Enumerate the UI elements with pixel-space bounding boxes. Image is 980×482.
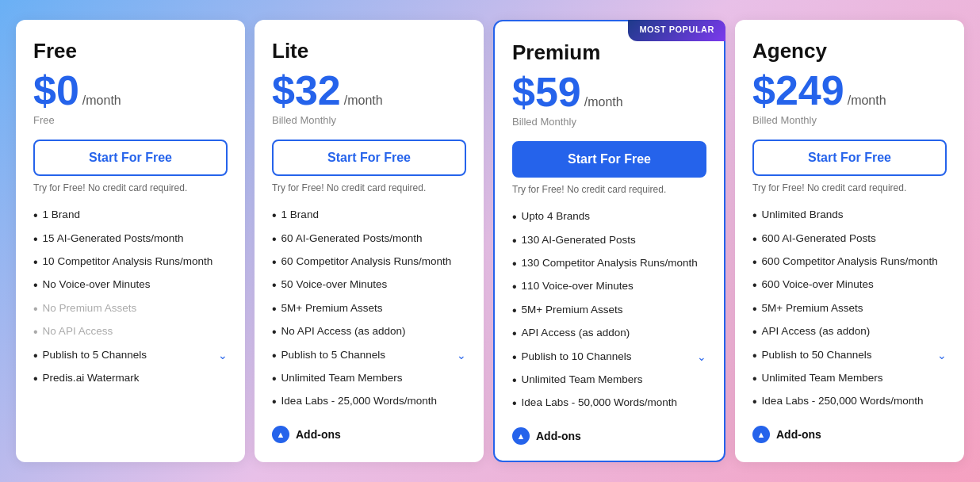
feature-text: No Voice-over Minutes bbox=[43, 277, 228, 293]
feature-text: Upto 4 Brands bbox=[522, 209, 706, 224]
feature-text: Publish to 5 Channels bbox=[43, 348, 213, 363]
plan-card-agency: Agency $249 /month Billed MonthlyStart F… bbox=[735, 20, 964, 462]
feature-item: 1 Brand bbox=[33, 205, 228, 228]
addons-icon: ▲ bbox=[272, 426, 289, 443]
feature-text: No API Access bbox=[43, 324, 228, 339]
no-credit-premium: Try for Free! No credit card required. bbox=[512, 184, 706, 195]
feature-item: 15 AI-Generated Posts/month bbox=[33, 228, 228, 251]
feature-text: Publish to 10 Channels bbox=[522, 350, 692, 365]
plan-card-free: Free $0 /month FreeStart For FreeTry for… bbox=[16, 20, 245, 462]
feature-item: Unlimited Team Members bbox=[512, 369, 706, 392]
addons-row-lite[interactable]: ▲ Add-ons bbox=[272, 426, 466, 443]
cta-button-lite[interactable]: Start For Free bbox=[272, 140, 466, 176]
feature-text: 60 Competitor Analysis Runs/month bbox=[281, 254, 466, 270]
feature-text: 5M+ Premium Assets bbox=[522, 303, 706, 318]
price-amount-agency: $249 bbox=[752, 70, 844, 111]
feature-text: 1 Brand bbox=[281, 208, 466, 223]
price-period-free: /month bbox=[82, 94, 121, 108]
feature-text: 50 Voice-over Minutes bbox=[281, 277, 466, 293]
feature-text: 130 AI-Generated Posts bbox=[522, 233, 706, 248]
feature-item: Publish to 10 Channels ⌄ bbox=[512, 346, 706, 369]
plan-name-premium: Premium bbox=[512, 40, 706, 65]
feature-text: Unlimited Team Members bbox=[281, 371, 466, 386]
feature-text: Unlimited Team Members bbox=[762, 371, 947, 386]
feature-item: Idea Labs - 250,000 Words/month bbox=[752, 391, 947, 414]
price-amount-lite: $32 bbox=[272, 70, 341, 111]
feature-item: No Premium Assets bbox=[33, 298, 228, 321]
feature-item: Publish to 5 Channels ⌄ bbox=[33, 345, 228, 368]
feature-item: Idea Labs - 25,000 Words/month bbox=[272, 391, 466, 414]
feature-item: 5M+ Premium Assets bbox=[512, 300, 706, 323]
feature-item: No API Access (as addon) bbox=[272, 321, 466, 344]
feature-text: 5M+ Premium Assets bbox=[281, 301, 466, 316]
feature-item: 60 AI-Generated Posts/month bbox=[272, 228, 466, 251]
feature-item: 600 Competitor Analysis Runs/month bbox=[752, 251, 947, 274]
addons-row-agency[interactable]: ▲ Add-ons bbox=[752, 426, 947, 443]
pricing-container: Free $0 /month FreeStart For FreeTry for… bbox=[16, 20, 964, 462]
price-amount-premium: $59 bbox=[512, 71, 581, 113]
cta-button-agency[interactable]: Start For Free bbox=[752, 140, 947, 176]
plan-name-agency: Agency bbox=[752, 39, 947, 63]
addons-label: Add-ons bbox=[536, 430, 581, 442]
price-period-premium: /month bbox=[584, 95, 623, 109]
feature-item: Unlimited Team Members bbox=[752, 368, 947, 391]
feature-item: 60 Competitor Analysis Runs/month bbox=[272, 251, 466, 274]
chevron-down-icon: ⌄ bbox=[697, 350, 706, 365]
feature-item: No Voice-over Minutes bbox=[33, 274, 228, 297]
price-row-lite: $32 /month bbox=[272, 70, 466, 111]
price-period-agency: /month bbox=[848, 94, 886, 108]
price-row-free: $0 /month bbox=[33, 70, 228, 111]
feature-text: Idea Labs - 250,000 Words/month bbox=[762, 394, 947, 409]
feature-list-agency: Unlimited Brands 600 AI-Generated Posts … bbox=[752, 205, 947, 415]
feature-item: 600 AI-Generated Posts bbox=[752, 228, 947, 251]
feature-item: 5M+ Premium Assets bbox=[272, 298, 466, 321]
feature-list-free: 1 Brand 15 AI-Generated Posts/month 10 C… bbox=[33, 205, 228, 391]
feature-text: No API Access (as addon) bbox=[281, 324, 466, 339]
feature-item: Idea Labs - 50,000 Words/month bbox=[512, 392, 706, 415]
feature-item: 110 Voice-over Minutes bbox=[512, 276, 706, 299]
feature-text: 60 AI-Generated Posts/month bbox=[281, 231, 466, 247]
feature-item: Publish to 50 Channels ⌄ bbox=[752, 345, 947, 368]
plan-name-lite: Lite bbox=[272, 39, 466, 63]
feature-text: Idea Labs - 25,000 Words/month bbox=[281, 394, 466, 409]
feature-text: Publish to 50 Channels bbox=[762, 348, 932, 363]
addons-icon: ▲ bbox=[512, 427, 530, 445]
feature-text: 130 Competitor Analysis Runs/month bbox=[522, 256, 706, 271]
feature-item: Unlimited Brands bbox=[752, 205, 947, 228]
feature-item: Upto 4 Brands bbox=[512, 206, 706, 229]
no-credit-free: Try for Free! No credit card required. bbox=[33, 182, 228, 193]
addons-icon: ▲ bbox=[752, 426, 770, 443]
feature-item: Unlimited Team Members bbox=[272, 368, 466, 391]
most-popular-badge: MOST POPULAR bbox=[628, 20, 725, 41]
feature-list-lite: 1 Brand 60 AI-Generated Posts/month 60 C… bbox=[272, 205, 466, 415]
feature-item: 10 Competitor Analysis Runs/month bbox=[33, 251, 228, 274]
feature-item: Publish to 5 Channels ⌄ bbox=[272, 345, 466, 368]
billing-label-free: Free bbox=[33, 114, 228, 128]
feature-text: Idea Labs - 50,000 Words/month bbox=[522, 396, 706, 411]
feature-item: API Access (as addon) bbox=[752, 321, 947, 344]
feature-text: 600 Voice-over Minutes bbox=[762, 277, 947, 293]
billing-label-lite: Billed Monthly bbox=[272, 114, 466, 128]
feature-item: API Access (as addon) bbox=[512, 323, 706, 346]
price-row-agency: $249 /month bbox=[752, 70, 947, 111]
feature-text: Predis.ai Watermark bbox=[43, 371, 228, 386]
feature-item: Predis.ai Watermark bbox=[33, 368, 228, 391]
addons-row-premium[interactable]: ▲ Add-ons bbox=[512, 427, 706, 445]
feature-text: 110 Voice-over Minutes bbox=[522, 279, 706, 294]
feature-text: 5M+ Premium Assets bbox=[762, 301, 947, 316]
cta-button-premium[interactable]: Start For Free bbox=[512, 141, 706, 178]
price-period-lite: /month bbox=[344, 94, 383, 108]
feature-text: 600 AI-Generated Posts bbox=[762, 231, 947, 247]
feature-item: 130 Competitor Analysis Runs/month bbox=[512, 253, 706, 276]
feature-text: Unlimited Team Members bbox=[522, 373, 706, 388]
plan-name-free: Free bbox=[33, 39, 228, 63]
addons-label: Add-ons bbox=[776, 428, 821, 441]
cta-button-free[interactable]: Start For Free bbox=[33, 140, 228, 176]
chevron-down-icon: ⌄ bbox=[457, 348, 466, 364]
feature-item: 130 AI-Generated Posts bbox=[512, 230, 706, 253]
price-row-premium: $59 /month bbox=[512, 71, 706, 113]
feature-text: No Premium Assets bbox=[43, 301, 228, 316]
feature-text: 10 Competitor Analysis Runs/month bbox=[43, 254, 228, 270]
feature-item: 5M+ Premium Assets bbox=[752, 298, 947, 321]
feature-text: 1 Brand bbox=[43, 208, 228, 223]
